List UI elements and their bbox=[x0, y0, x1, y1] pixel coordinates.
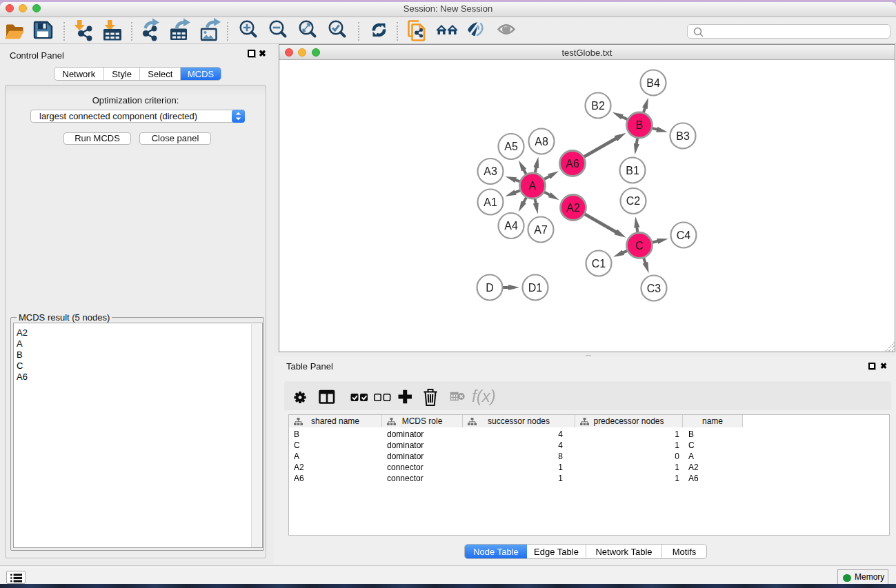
svg-text:B3: B3 bbox=[676, 130, 690, 142]
svg-text:A4: A4 bbox=[504, 220, 518, 232]
svg-text:C3: C3 bbox=[647, 283, 661, 294]
svg-text:D1: D1 bbox=[528, 282, 543, 294]
svg-text:A1: A1 bbox=[484, 196, 497, 208]
svg-text:C4: C4 bbox=[677, 230, 691, 241]
svg-text:A: A bbox=[529, 180, 537, 192]
svg-text:C: C bbox=[635, 240, 644, 252]
svg-text:A3: A3 bbox=[484, 165, 497, 177]
svg-text:D: D bbox=[486, 282, 494, 294]
svg-text:A2: A2 bbox=[566, 202, 580, 214]
svg-text:C1: C1 bbox=[592, 258, 606, 270]
svg-text:B1: B1 bbox=[626, 165, 639, 176]
svg-text:B4: B4 bbox=[646, 77, 660, 89]
svg-text:A6: A6 bbox=[566, 158, 579, 170]
svg-text:B: B bbox=[636, 119, 644, 131]
svg-text:A7: A7 bbox=[534, 224, 548, 236]
svg-text:C2: C2 bbox=[626, 195, 641, 207]
svg-text:A8: A8 bbox=[535, 136, 548, 148]
svg-text:B2: B2 bbox=[591, 100, 605, 112]
svg-text:A5: A5 bbox=[504, 141, 518, 152]
svg-text:f(x): f(x) bbox=[472, 387, 496, 405]
